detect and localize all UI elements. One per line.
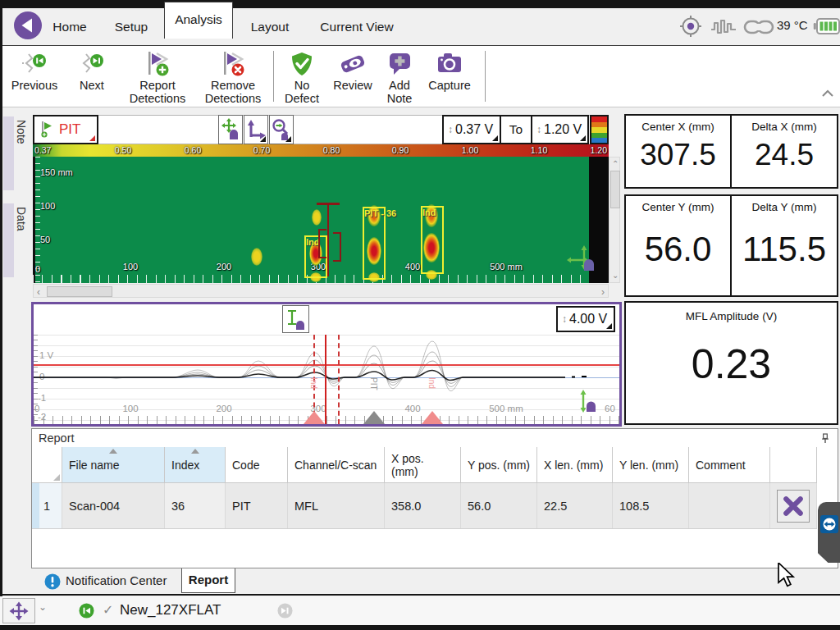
- measure-cursor-line[interactable]: [327, 203, 329, 276]
- corner-triangle: [53, 474, 60, 481]
- review-icon: [327, 49, 378, 79]
- row-number-cell[interactable]: 1: [32, 483, 62, 528]
- delete-row-button[interactable]: [777, 490, 810, 523]
- tab-home[interactable]: Home: [49, 8, 90, 45]
- cursor-line[interactable]: [325, 335, 326, 424]
- scroll-left-arrow[interactable]: ‹: [37, 288, 40, 296]
- column-header-code[interactable]: Code: [226, 447, 288, 483]
- tab-setup[interactable]: Setup: [110, 8, 153, 45]
- temperature-readout: 39 °C: [777, 18, 808, 32]
- cell-code[interactable]: PIT: [226, 483, 288, 528]
- tab-notification-center[interactable]: Notification Center: [66, 573, 167, 587]
- pin-icon[interactable]: [819, 432, 831, 445]
- tab-layout[interactable]: Layout: [245, 8, 294, 45]
- scrollbar-thumb[interactable]: [610, 171, 620, 208]
- no-defect-icon: [278, 49, 326, 79]
- select-all-cell[interactable]: [32, 447, 62, 483]
- center-x-meter: Center X (mm) 307.5: [624, 114, 732, 189]
- sidetab-data[interactable]: Data: [3, 203, 29, 277]
- scroll-right-arrow[interactable]: ›: [601, 288, 605, 296]
- strip-chart-plot[interactable]: 1 V 0 -1 -2 0 100 200 300 400 500 mm 60: [34, 335, 619, 424]
- tab-current-view[interactable]: Current View: [316, 8, 398, 45]
- previous-button[interactable]: Previous: [7, 49, 62, 92]
- move-tool-button[interactable]: [2, 598, 35, 623]
- table-row[interactable]: 1 Scan-004 36 PIT MFL 358.0 56.0 22.5 10…: [32, 483, 817, 529]
- dataset-name[interactable]: New_127XFLAT: [120, 602, 221, 619]
- cell-y-pos[interactable]: 56.0: [461, 483, 537, 528]
- sidetab-note[interactable]: Note: [3, 116, 29, 190]
- axes-tool-icon: [245, 118, 267, 141]
- back-button[interactable]: [13, 11, 43, 40]
- indication-blob: [312, 209, 322, 226]
- cscan-zoom-tool-button[interactable]: [269, 115, 294, 144]
- review-button[interactable]: Review: [327, 49, 378, 92]
- range-to-spinner[interactable]: ↕ 1.20 V: [531, 115, 589, 144]
- remove-detections-button[interactable]: Remove Detections: [198, 49, 268, 105]
- column-header-channel[interactable]: Channel/C-scan: [288, 447, 385, 483]
- collapse-ribbon-button[interactable]: [821, 87, 834, 102]
- pan-tool-icon: [220, 118, 241, 141]
- cell-index[interactable]: 36: [165, 483, 226, 528]
- range-to-label: To: [501, 115, 531, 144]
- column-header-x-len[interactable]: X len. (mm): [537, 447, 613, 483]
- chevron-up-icon: [821, 89, 834, 98]
- cscan-axes-tool-button[interactable]: [244, 115, 268, 144]
- strip-scale-spinner[interactable]: ↕ 4.00 V: [556, 306, 615, 332]
- cursor-dashed-right[interactable]: [338, 335, 340, 424]
- range-from-spinner[interactable]: ↕ 0.37 V: [442, 115, 501, 144]
- battery-icon: [813, 16, 840, 39]
- strip-scale-tool-button[interactable]: [282, 305, 309, 333]
- cell-file-name[interactable]: Scan-004: [62, 483, 165, 528]
- marker-triangle-ind2[interactable]: [422, 411, 443, 424]
- flag-icon: [39, 121, 56, 139]
- next-button[interactable]: Next: [71, 49, 112, 92]
- capture-icon: [421, 49, 478, 79]
- next-icon: [71, 49, 112, 79]
- cell-y-len[interactable]: 108.5: [613, 483, 689, 528]
- report-titlebar: Report: [32, 429, 838, 447]
- scale-tool-icon: [285, 308, 308, 331]
- updown-icon: ↕: [562, 313, 567, 325]
- report-detections-button[interactable]: Report Detections: [119, 49, 196, 105]
- scroll-down-arrow[interactable]: ⌄: [612, 272, 619, 280]
- previous-icon: [7, 49, 62, 79]
- cell-comment[interactable]: [689, 483, 770, 528]
- remote-support-tab[interactable]: [818, 502, 840, 563]
- tab-report[interactable]: Report: [181, 568, 235, 593]
- cscan-pan-tool-button[interactable]: [218, 115, 243, 144]
- column-header-index[interactable]: Index: [165, 447, 226, 483]
- delete-x-icon: [782, 495, 805, 518]
- sidetab-note-bar: [3, 116, 14, 190]
- notification-icon: [44, 573, 61, 590]
- column-header-file-name[interactable]: File name: [62, 447, 165, 483]
- cscan-horizontal-scrollbar[interactable]: ‹ ›: [33, 284, 609, 298]
- main-tab-bar: Home Setup Layout Current View 39 °C: [2, 8, 840, 46]
- tab-analysis[interactable]: Analysis: [164, 2, 233, 39]
- column-header-comment[interactable]: Comment: [689, 447, 770, 483]
- marker-triangle-pit[interactable]: [363, 411, 385, 424]
- column-header-x-pos[interactable]: X pos. (mm): [385, 447, 461, 483]
- defect-code-button[interactable]: PIT: [33, 115, 98, 144]
- cell-x-pos[interactable]: 358.0: [385, 483, 461, 528]
- delta-y-meter: Delta Y (mm) 115.5: [730, 194, 838, 297]
- column-header-y-pos[interactable]: Y pos. (mm): [461, 447, 537, 483]
- cscan-view[interactable]: 150 mm 100 50 0 100 200 300 400 500 mm I…: [33, 157, 609, 283]
- marker-triangle-ind1[interactable]: [304, 411, 325, 424]
- skip-forward-icon[interactable]: [277, 603, 293, 619]
- capture-button[interactable]: Capture: [421, 49, 478, 92]
- cell-channel[interactable]: MFL: [288, 483, 385, 528]
- move-tool-dropdown[interactable]: ⌄: [39, 601, 47, 613]
- column-header-y-len[interactable]: Y len. (mm): [613, 447, 689, 483]
- strip-chart-panel[interactable]: ↕ 4.00 V 1 V 0 -1 -2 0 100 200 300 400 5…: [31, 302, 622, 427]
- cell-x-len[interactable]: 22.5: [537, 483, 613, 528]
- scroll-up-arrow[interactable]: ⌃: [612, 160, 619, 168]
- skip-back-icon[interactable]: [79, 603, 94, 619]
- no-defect-button[interactable]: No Defect: [278, 49, 326, 105]
- window-frame-bottom: [0, 625, 840, 630]
- scrollbar-thumb[interactable]: [47, 286, 112, 297]
- palette-button[interactable]: [590, 115, 609, 144]
- add-note-button[interactable]: Add Note: [380, 49, 419, 105]
- cscan-vertical-scrollbar[interactable]: ⌃ ⌄: [609, 157, 620, 283]
- delta-x-meter: Delta X (mm) 24.5: [730, 114, 838, 189]
- back-icon: [13, 11, 43, 40]
